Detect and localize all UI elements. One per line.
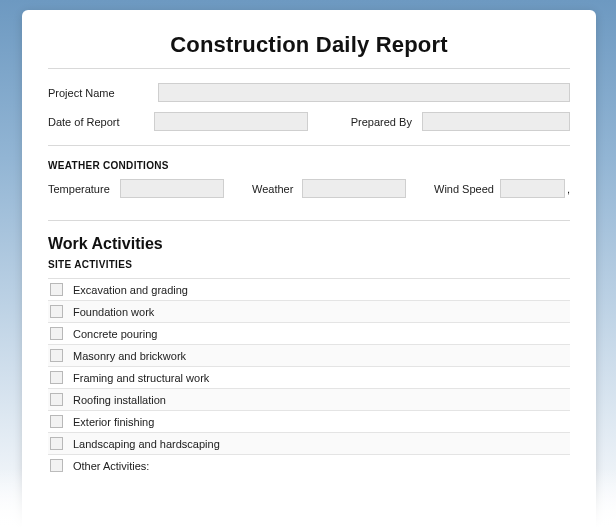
activity-label: Other Activities: bbox=[73, 460, 149, 472]
activity-label: Roofing installation bbox=[73, 394, 166, 406]
activities-divider bbox=[48, 220, 570, 221]
page-title: Construction Daily Report bbox=[48, 32, 570, 58]
prepared-by-input[interactable] bbox=[422, 112, 570, 131]
site-activities-heading: SITE ACTIVITIES bbox=[48, 259, 570, 270]
activity-checkbox[interactable] bbox=[50, 371, 63, 384]
site-activities-list: Excavation and grading Foundation work C… bbox=[48, 278, 570, 476]
work-activities-title: Work Activities bbox=[48, 235, 570, 253]
activity-checkbox[interactable] bbox=[50, 393, 63, 406]
date-prepared-row: Date of Report Prepared By bbox=[48, 112, 570, 131]
activity-row: Other Activities: bbox=[48, 454, 570, 476]
title-divider bbox=[48, 68, 570, 69]
activity-row: Framing and structural work bbox=[48, 366, 570, 388]
weather-row: Temperature Weather Wind Speed , bbox=[48, 179, 570, 198]
weather-label: Weather bbox=[252, 183, 302, 195]
activity-checkbox[interactable] bbox=[50, 459, 63, 472]
project-name-input[interactable] bbox=[158, 83, 570, 102]
wind-speed-input[interactable] bbox=[500, 179, 565, 198]
activity-row: Foundation work bbox=[48, 300, 570, 322]
activity-row: Excavation and grading bbox=[48, 278, 570, 300]
date-of-report-input[interactable] bbox=[154, 112, 308, 131]
weather-input[interactable] bbox=[302, 179, 406, 198]
activity-label: Framing and structural work bbox=[73, 372, 209, 384]
weather-trailing: , bbox=[565, 183, 570, 195]
activity-row: Landscaping and hardscaping bbox=[48, 432, 570, 454]
report-sheet: Construction Daily Report Project Name D… bbox=[22, 10, 596, 528]
activity-label: Exterior finishing bbox=[73, 416, 154, 428]
date-of-report-label: Date of Report bbox=[48, 116, 154, 128]
temperature-input[interactable] bbox=[120, 179, 224, 198]
activity-checkbox[interactable] bbox=[50, 349, 63, 362]
prepared-by-label: Prepared By bbox=[351, 116, 422, 128]
activity-row: Concrete pouring bbox=[48, 322, 570, 344]
activity-row: Masonry and brickwork bbox=[48, 344, 570, 366]
activity-checkbox[interactable] bbox=[50, 283, 63, 296]
project-name-label: Project Name bbox=[48, 87, 158, 99]
activity-label: Masonry and brickwork bbox=[73, 350, 186, 362]
activity-row: Exterior finishing bbox=[48, 410, 570, 432]
temperature-label: Temperature bbox=[48, 183, 120, 195]
activity-label: Foundation work bbox=[73, 306, 154, 318]
activity-checkbox[interactable] bbox=[50, 327, 63, 340]
activity-label: Excavation and grading bbox=[73, 284, 188, 296]
activity-label: Landscaping and hardscaping bbox=[73, 438, 220, 450]
activity-checkbox[interactable] bbox=[50, 415, 63, 428]
activity-label: Concrete pouring bbox=[73, 328, 157, 340]
activity-row: Roofing installation bbox=[48, 388, 570, 410]
activity-checkbox[interactable] bbox=[50, 305, 63, 318]
weather-divider bbox=[48, 145, 570, 146]
wind-speed-label: Wind Speed bbox=[434, 183, 500, 195]
weather-heading: WEATHER CONDITIONS bbox=[48, 160, 570, 171]
activity-checkbox[interactable] bbox=[50, 437, 63, 450]
project-name-row: Project Name bbox=[48, 83, 570, 102]
